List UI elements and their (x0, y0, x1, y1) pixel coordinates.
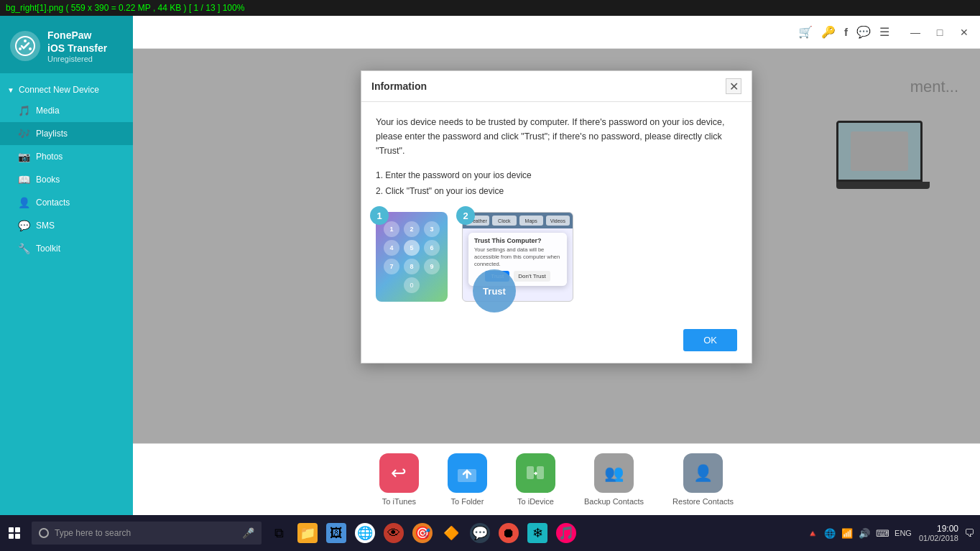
sidebar-item-sms-label: SMS (36, 221, 55, 231)
microphone-icon[interactable]: 🎤 (242, 527, 254, 539)
language-label[interactable]: ENG (895, 529, 912, 537)
phone-keypad: 123 456 789 0 (376, 212, 448, 302)
vlc-icon: 🔶 (441, 523, 461, 543)
main-content: 🛒 🔑 f 💬 ☰ — □ ✕ ment... (133, 16, 980, 515)
app-container: FonePaw iOS Transfer Unregistered ▼ Conn… (0, 16, 980, 515)
facebook-icon[interactable]: f (844, 26, 848, 38)
taskbar-app8[interactable]: 💬 (466, 515, 494, 551)
folder-label: To Folder (450, 497, 484, 506)
modal-header: Information ✕ (361, 71, 752, 102)
sidebar-item-photos[interactable]: 📷 Photos (0, 145, 133, 168)
folder-icon (448, 453, 487, 493)
ok-button[interactable]: OK (683, 329, 737, 351)
modal-footer: OK (361, 322, 752, 363)
key-icon[interactable]: 🔑 (821, 25, 836, 39)
network-icon[interactable]: 🌐 (822, 528, 838, 539)
app9-icon: ⏺ (499, 523, 519, 543)
action-to-idevice[interactable]: To iDevice (516, 453, 555, 506)
start-button[interactable] (0, 515, 29, 551)
maps-item: Maps (519, 216, 543, 226)
clock-item: Clock (492, 216, 516, 226)
clock-area[interactable]: 19:00 01/02/2018 (919, 524, 958, 542)
taskbar-app6[interactable]: 🎯 (408, 515, 437, 551)
backup-icon: 👥 (594, 453, 634, 493)
clock-date: 01/02/2018 (919, 534, 958, 542)
sidebar-item-photos-label: Photos (36, 152, 63, 162)
taskbar-search-bar[interactable]: 🎤 (32, 522, 262, 545)
window-controls: — □ ✕ (905, 22, 974, 42)
action-backup-contacts[interactable]: 👥 Backup Contacts (584, 453, 644, 506)
sidebar-header: FonePaw iOS Transfer Unregistered (0, 16, 133, 73)
sidebar-item-playlists-label: Playlists (36, 129, 68, 139)
photos-icon: 📷 (17, 150, 30, 163)
modal-body: Your ios device needs to be trusted by c… (361, 102, 752, 322)
close-button[interactable]: ✕ (954, 22, 974, 42)
sidebar-item-toolkit-label: Toolkit (36, 244, 60, 254)
itunes-label: To iTunes (382, 497, 416, 506)
taskbar-fonepaw[interactable]: ❄ (523, 515, 552, 551)
videos-item: Videos (546, 216, 570, 226)
title-bar: bg_right[1].png ( 559 x 390 = 0.22 MP , … (0, 0, 980, 16)
minimize-button[interactable]: — (905, 22, 925, 42)
itunes-icon: ↩ (379, 453, 419, 493)
taskbar-itunes[interactable]: 🎵 (552, 515, 581, 551)
maximize-button[interactable]: □ (930, 22, 950, 42)
app8-icon: 💬 (470, 523, 490, 543)
sms-icon: 💬 (17, 219, 30, 232)
clock-time: 19:00 (937, 524, 958, 534)
dont-trust-btn: Don't Trust (514, 271, 550, 282)
wifi-icon[interactable]: 📶 (839, 528, 855, 539)
app-status: Unregistered (47, 55, 107, 63)
system-tray: 🔺 🌐 📶 🔊 ⌨ (805, 528, 892, 539)
taskbar: 🎤 ⧉ 📁 🖼 🌐 👁 🎯 🔶 💬 ⏺ ❄ (0, 515, 980, 551)
books-icon: 📖 (17, 173, 30, 186)
volume-icon[interactable]: 🔊 (856, 528, 872, 539)
sidebar-item-playlists[interactable]: 🎶 Playlists (0, 122, 133, 145)
app5-icon: 👁 (384, 523, 404, 543)
taskbar-app5[interactable]: 👁 (379, 515, 408, 551)
sidebar-item-media[interactable]: 🎵 Media (0, 99, 133, 122)
taskbar-app9[interactable]: ⏺ (494, 515, 523, 551)
taskbar-chrome[interactable]: 🌐 (351, 515, 379, 551)
restore-label: Restore Contacts (672, 497, 734, 506)
taskbar-task-view[interactable]: ⧉ (264, 515, 293, 551)
keyboard-icon[interactable]: ⌨ (874, 528, 892, 539)
action-to-itunes[interactable]: ↩ To iTunes (379, 453, 419, 506)
sidebar-item-sms[interactable]: 💬 SMS (0, 214, 133, 237)
information-modal: Information ✕ Your ios device needs to b… (361, 70, 752, 364)
windows-logo-icon (9, 527, 20, 539)
media-icon: 🎵 (17, 104, 30, 117)
sidebar: FonePaw iOS Transfer Unregistered ▼ Conn… (0, 16, 133, 515)
modal-overlay: Information ✕ Your ios device needs to b… (133, 49, 980, 443)
action-to-folder[interactable]: To Folder (448, 453, 487, 506)
sidebar-section-connect[interactable]: ▼ Connect New Device (0, 80, 133, 99)
chat-icon[interactable]: 💬 (856, 25, 871, 39)
cart-icon[interactable]: 🛒 (798, 25, 813, 39)
photos-app-icon: 🖼 (326, 523, 346, 543)
backup-label: Backup Contacts (584, 497, 644, 506)
fonepaw-icon: ❄ (527, 523, 547, 543)
svg-point-1 (24, 40, 27, 42)
notification-icon[interactable]: 🗨 (964, 527, 974, 539)
modal-body-text: Your ios device needs to be trusted by c… (376, 115, 737, 158)
search-input[interactable] (55, 528, 236, 538)
svg-point-3 (29, 47, 32, 50)
file-explorer-icon: 📁 (297, 523, 318, 543)
sidebar-item-toolkit[interactable]: 🔧 Toolkit (0, 237, 133, 260)
modal-close-button[interactable]: ✕ (726, 78, 741, 94)
tray-expand-icon[interactable]: 🔺 (805, 528, 820, 539)
trust-dialog-text: Your settings and data will be accessibl… (474, 246, 561, 267)
sidebar-item-books[interactable]: 📖 Books (0, 168, 133, 191)
menu-icon[interactable]: ☰ (879, 25, 889, 39)
taskbar-right: 🔺 🌐 📶 🔊 ⌨ ENG 19:00 01/02/2018 🗨 (805, 524, 980, 542)
step1-text: 1. Enter the password on your ios device (376, 168, 737, 184)
action-restore-contacts[interactable]: 👤 Restore Contacts (672, 453, 734, 506)
taskbar-photos[interactable]: 🖼 (322, 515, 351, 551)
app6-icon: 🎯 (412, 523, 433, 543)
sidebar-item-contacts[interactable]: 👤 Contacts (0, 191, 133, 214)
taskbar-vlc[interactable]: 🔶 (437, 515, 466, 551)
taskbar-file-explorer[interactable]: 📁 (293, 515, 322, 551)
chrome-icon: 🌐 (355, 523, 375, 543)
phone-top-bar: Weather Clock Maps Videos (463, 213, 573, 228)
app-name: FonePaw iOS Transfer (47, 29, 107, 55)
